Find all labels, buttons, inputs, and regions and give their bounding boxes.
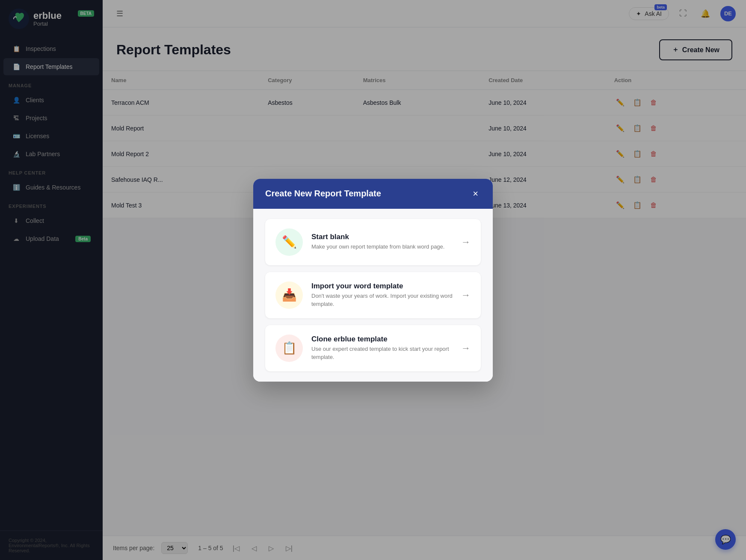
modal-body: ✏️ Start blank Make your own report temp…: [253, 209, 493, 382]
clone-erblue-description: Use our expert created template to kick …: [311, 345, 453, 361]
create-template-modal: Create New Report Template × ✏️ Start bl…: [253, 179, 493, 382]
clone-erblue-title: Clone erblue template: [311, 335, 453, 344]
modal-close-button[interactable]: ×: [470, 188, 481, 199]
clone-erblue-icon-wrap: 📋: [275, 335, 303, 362]
start-blank-description: Make your own report template from blank…: [311, 243, 453, 251]
import-word-icon: 📥: [282, 288, 297, 302]
clone-erblue-icon: 📋: [282, 341, 297, 355]
modal-header: Create New Report Template ×: [253, 179, 493, 209]
import-word-arrow-icon: →: [461, 290, 471, 301]
modal-option-start-blank[interactable]: ✏️ Start blank Make your own report temp…: [265, 219, 481, 265]
modal-option-import-word[interactable]: 📥 Import your word template Don't waste …: [265, 272, 481, 318]
start-blank-icon: ✏️: [282, 235, 297, 249]
start-blank-icon-wrap: ✏️: [275, 228, 303, 256]
modal-overlay[interactable]: Create New Report Template × ✏️ Start bl…: [0, 0, 746, 560]
start-blank-title: Start blank: [311, 233, 453, 241]
modal-title: Create New Report Template: [265, 189, 381, 199]
import-word-description: Don't waste your years of work. Import y…: [311, 292, 453, 308]
import-word-title: Import your word template: [311, 282, 453, 290]
import-word-content: Import your word template Don't waste yo…: [311, 282, 453, 308]
start-blank-content: Start blank Make your own report templat…: [311, 233, 453, 251]
import-word-icon-wrap: 📥: [275, 281, 303, 309]
clone-erblue-content: Clone erblue template Use our expert cre…: [311, 335, 453, 361]
modal-option-clone-erblue[interactable]: 📋 Clone erblue template Use our expert c…: [265, 325, 481, 371]
start-blank-arrow-icon: →: [461, 237, 471, 248]
clone-erblue-arrow-icon: →: [461, 343, 471, 354]
